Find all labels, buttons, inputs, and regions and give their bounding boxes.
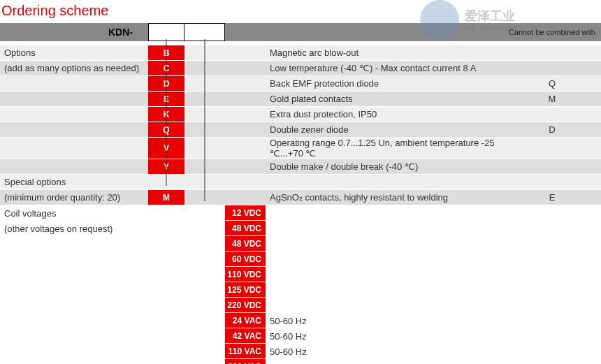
option-desc: Extra dust protection, IP50 — [266, 107, 503, 122]
voltage-code: 110 VDC — [225, 267, 266, 282]
option-not: Q — [503, 76, 601, 92]
coil-heading: Coil voltages — [0, 205, 148, 221]
voltage-desc: 50-60 Hz — [266, 313, 503, 328]
voltage-code: 42 VAC — [225, 328, 266, 344]
option-not — [503, 45, 601, 61]
voltage-code: 220 VDC — [225, 298, 266, 313]
coil-subheading: (other voltages on request) — [0, 221, 148, 236]
option-desc: Magnetic arc blow-out — [266, 45, 503, 61]
option-code: D — [148, 76, 184, 92]
voltage-desc: 50-60 Hz — [266, 359, 503, 364]
option-desc: Back EMF protection diode — [266, 76, 503, 92]
prefix-label: KDN- — [108, 27, 133, 38]
option-not — [503, 159, 601, 175]
option-desc: Double make / double break (-40 ℃) — [266, 159, 503, 175]
option-code: Y — [148, 159, 184, 175]
voltage-desc — [266, 221, 503, 236]
option-not: M — [503, 92, 601, 107]
voltage-desc — [266, 282, 503, 298]
voltage-desc: 50-60 Hz — [266, 344, 503, 359]
special-not: E — [503, 190, 601, 205]
voltage-code: 24 VAC — [225, 313, 266, 328]
ordering-slots — [148, 23, 225, 41]
voltage-code: 125 VDC — [225, 282, 266, 298]
option-not — [503, 138, 601, 159]
voltage-desc: 50-60 Hz — [266, 328, 503, 344]
special-desc: AgSnO₂ contacts, highly resistant to wel… — [266, 190, 503, 205]
voltage-code: 48 VDC — [225, 221, 266, 236]
slot-options — [148, 23, 184, 41]
voltage-desc — [266, 298, 503, 313]
options-heading: Options — [0, 45, 148, 61]
voltage-desc — [266, 267, 503, 282]
slot-voltage — [184, 23, 225, 41]
special-subheading: (minimum order quantity: 20) — [0, 190, 148, 205]
option-code: K — [148, 107, 184, 122]
option-not — [503, 61, 601, 76]
voltage-code: 48 VDC — [225, 236, 266, 252]
option-code: C — [148, 61, 184, 76]
special-heading: Special options — [0, 175, 148, 190]
option-desc: Low temperature (-40 ℃) - Max contact cu… — [266, 61, 503, 76]
special-code: M — [148, 190, 184, 205]
options-grid: Options B Magnetic arc blow-out (add as … — [0, 45, 601, 364]
voltage-code: 12 VDC — [225, 205, 266, 221]
voltage-desc — [266, 252, 503, 267]
option-code: Q — [148, 122, 184, 138]
voltage-desc — [266, 236, 503, 252]
option-desc: Gold plated contacts — [266, 92, 503, 107]
option-desc: Operating range 0.7...1.25 Un, ambient t… — [266, 138, 503, 159]
option-not — [503, 107, 601, 122]
voltage-code: 220 VAC — [225, 359, 266, 364]
voltage-code: 110 VAC — [225, 344, 266, 359]
voltage-desc — [266, 205, 503, 221]
option-code: E — [148, 92, 184, 107]
option-not: D — [503, 122, 601, 138]
option-code: B — [148, 45, 184, 61]
option-desc: Double zener diode — [266, 122, 503, 138]
page-title: Ordering scheme — [0, 0, 601, 23]
cannot-combine-header: Cannot be combined with — [509, 28, 595, 36]
header-bar: KDN- Cannot be combined with — [0, 23, 601, 41]
options-subheading: (add as many options as needed) — [0, 61, 148, 76]
option-code: V — [148, 138, 184, 159]
voltage-code: 60 VDC — [225, 252, 266, 267]
